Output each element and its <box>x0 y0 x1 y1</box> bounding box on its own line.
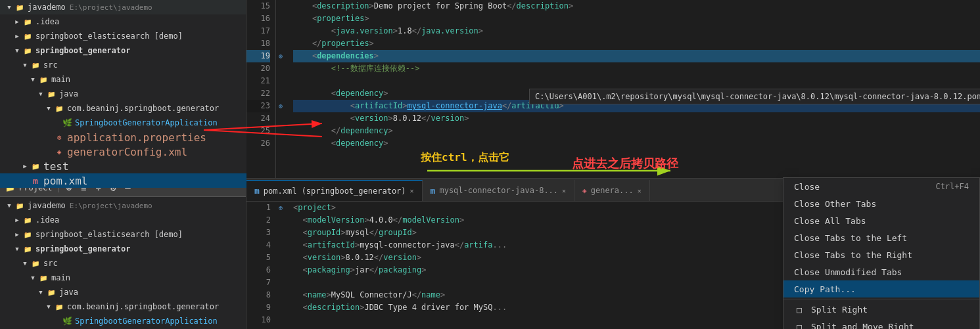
arrow-icon: ▼ <box>21 61 29 69</box>
menu-close-right[interactable]: Close Tabs to the Right <box>783 246 979 263</box>
code-line: <dependency> <box>293 137 980 150</box>
item-path: E:\project\javademo <box>70 202 152 210</box>
tree-com[interactable]: ▼ 📁 com.beaninj.springboot.generator <box>0 299 246 314</box>
code-editor-top: 15161718 19 202122 23 242526 ⊕ <box>246 0 980 178</box>
tab-close-btn[interactable]: ✕ <box>638 187 642 194</box>
split-right-icon: □ <box>794 305 805 315</box>
menu-close-other[interactable]: Close Other Tabs <box>783 195 979 212</box>
folder-icon: 📁 <box>54 301 64 312</box>
arrow-icon: ▶ <box>13 18 21 26</box>
code-line: </dependency> <box>293 125 980 137</box>
item-label: springboot_generator <box>35 46 131 55</box>
item-label: springboot_elasticsearch [demo] <box>35 230 183 239</box>
tab-close-btn[interactable]: ✕ <box>410 187 414 194</box>
line-numbers: 15161718 19 202122 23 242526 <box>246 0 276 178</box>
folder-icon: 📁 <box>30 258 41 269</box>
sidebar-item-idea[interactable]: ▶ 📁 .idea <box>0 14 246 29</box>
item-label: generatorConfig.xml <box>67 146 187 158</box>
tree-java[interactable]: ▼ 📁 java <box>0 285 246 299</box>
menu-close-left[interactable]: Close Tabs to the Left <box>783 229 979 246</box>
tree-gen[interactable]: ▼ 📁 springboot_generator <box>0 242 246 256</box>
folder-icon: 📁 <box>22 215 33 225</box>
tab-genera[interactable]: ◈ genera... ✕ <box>574 180 650 201</box>
menu-label: Split and Move Right <box>811 322 914 330</box>
sidebar-item-appprops[interactable]: ▶ ⚙ application.properties <box>0 130 246 144</box>
sidebar-item-test[interactable]: ▶ 📁 test <box>0 159 246 173</box>
sidebar-extra: ▶ ⚙ application.properties ▶ ◈ generator… <box>0 130 246 188</box>
item-label: java <box>59 89 78 99</box>
sidebar-item-com[interactable]: ▼ 📁 com.beaninj.springboot.generator <box>0 101 246 116</box>
arrow-icon: ▶ <box>13 216 21 224</box>
menu-label: Close Unmodified Tabs <box>794 267 902 277</box>
tree-javademo[interactable]: ▼ 📁 javademo E:\project\javademo <box>0 198 246 213</box>
folder-icon: 📁 <box>22 16 33 27</box>
arrow-icon: ▶ <box>13 32 21 40</box>
spring-icon: 🌿 <box>62 316 72 326</box>
hover-tooltip: C:\Users\A001\.m2\repository\mysql\mysql… <box>529 89 980 104</box>
sidebar-item-springboot-gen[interactable]: ▼ 📁 springboot_generator <box>0 43 246 58</box>
item-label: com.beaninj.springboot.generator <box>67 104 219 113</box>
menu-close[interactable]: Close Ctrl+F4 <box>783 178 979 195</box>
arrow-icon: ▶ <box>21 162 29 170</box>
tab-label: genera... <box>591 186 634 195</box>
tree-es[interactable]: ▶ 📁 springboot_elasticsearch [demo] <box>0 227 246 242</box>
item-label: javademo <box>28 201 66 210</box>
maven-icon: m <box>254 186 260 196</box>
item-label: SpringbootGeneratorApplication <box>75 118 218 127</box>
bottom-file-tree: ▼ 📁 javademo E:\project\javademo ▶ 📁 .id… <box>0 197 246 329</box>
item-label: main <box>51 75 70 84</box>
sidebar-item-springapp[interactable]: ▶ 🌿 SpringbootGeneratorApplication <box>0 116 246 130</box>
tab-close-btn[interactable]: ✕ <box>562 187 566 194</box>
tree-springapp[interactable]: ▶ 🌿 SpringbootGeneratorApplication <box>0 314 246 328</box>
folder-icon: 📁 <box>46 287 57 297</box>
tab-pom[interactable]: m pom.xml (springboot_generator) ✕ <box>246 180 423 201</box>
menu-close-all[interactable]: Close All Tabs <box>783 212 979 229</box>
menu-close-unmodified[interactable]: Close Unmodified Tabs <box>783 263 979 280</box>
tab-label: pom.xml (springboot_generator) <box>264 186 406 196</box>
tab-mysql[interactable]: m mysql-connector-java-8... ✕ <box>423 180 574 201</box>
menu-label: Copy Path... <box>794 284 856 294</box>
menu-label: Close Tabs to the Left <box>794 233 907 243</box>
sidebar-item-java[interactable]: ▼ 📁 java <box>0 87 246 101</box>
sidebar-item-main[interactable]: ▼ 📁 main <box>0 72 246 87</box>
code-line <box>293 75 980 87</box>
sidebar-item-src[interactable]: ▼ 📁 src <box>0 58 246 72</box>
item-label: javademo <box>28 3 66 12</box>
menu-label: Close Other Tabs <box>794 199 876 209</box>
bottom-gutter: ⊕ <box>276 202 285 329</box>
arrow-icon: ▼ <box>5 202 13 209</box>
top-editor: 15161718 19 202122 23 242526 ⊕ <box>246 0 980 178</box>
arrow-icon: ▼ <box>21 259 29 267</box>
tree-src[interactable]: ▼ 📁 src <box>0 256 246 271</box>
sidebar-item-pom[interactable]: ▶ m pom.xml <box>0 173 246 188</box>
folder-icon: 📁 <box>54 103 64 114</box>
menu-split-right[interactable]: □ Split Right <box>783 301 979 318</box>
item-label: .idea <box>35 17 59 26</box>
menu-split-move-right[interactable]: □ Split and Move Right <box>783 318 979 329</box>
folder-icon: 📁 <box>22 45 33 56</box>
arrow-icon: ▼ <box>13 245 21 253</box>
menu-label: Close All Tabs <box>794 216 866 226</box>
menu-label: Split Right <box>811 305 868 315</box>
item-label: pom.xml <box>43 175 87 187</box>
tree-main[interactable]: ▼ 📁 main <box>0 271 246 285</box>
arrow-icon: ▼ <box>45 104 53 112</box>
menu-copy-path[interactable]: Copy Path... <box>783 280 979 297</box>
xml-icon: ◈ <box>582 186 587 195</box>
folder-icon: 📁 <box>30 161 41 171</box>
gutter: ⊕ ⊕ <box>276 0 285 178</box>
folder-icon: 📁 <box>30 60 41 70</box>
folder-icon: 📁 <box>22 244 33 254</box>
xml-icon: ◈ <box>54 146 64 157</box>
item-label: springboot_generator <box>35 244 131 253</box>
code-line: <java.version>1.8</java.version> <box>293 25 980 37</box>
tree-idea[interactable]: ▶ 📁 .idea <box>0 213 246 227</box>
item-path: E:\project\javademo <box>70 3 152 12</box>
sidebar-item-springboot-es[interactable]: ▶ 📁 springboot_elasticsearch [demo] <box>0 29 246 43</box>
folder-icon: 📁 <box>38 273 49 283</box>
sidebar-item-javademo[interactable]: ▼ 📁 javademo E:\project\javademo <box>0 0 246 14</box>
bottom-left-panel: 📁 Project ⊕ ≡ ÷ ⚙ — ▼ 📁 javademo E:\proj… <box>0 178 246 329</box>
sidebar-item-genconfig[interactable]: ▶ ◈ generatorConfig.xml <box>0 144 246 159</box>
props-icon: ⚙ <box>54 132 64 143</box>
item-label: SpringbootGeneratorApplication <box>75 317 218 326</box>
